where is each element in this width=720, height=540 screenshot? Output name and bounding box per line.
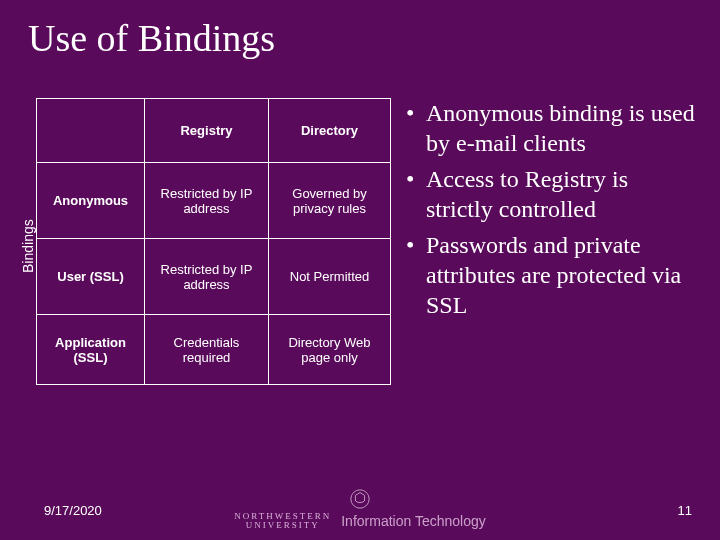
cell-directory: Directory Web page only [269,315,391,385]
list-item: Passwords and private attributes are pro… [400,230,700,320]
content-area: Bindings Registry Directory Anonymous Re… [0,98,720,385]
bullet-list: Anonymous binding is used by e-mail clie… [400,98,720,326]
bindings-table: Registry Directory Anonymous Restricted … [36,98,391,385]
list-item: Access to Registry is strictly controlle… [400,164,700,224]
row-label: User (SSL) [37,239,145,315]
bindings-axis-label: Bindings [20,219,36,273]
footer-center: NORTHWESTERN UNIVERSITY Information Tech… [0,488,720,530]
cell-directory: Governed by privacy rules [269,163,391,239]
cell-registry: Credentials required [145,315,269,385]
department-label: Information Technology [341,513,486,529]
table-section: Bindings Registry Directory Anonymous Re… [0,98,400,385]
table-header-row: Registry Directory [37,99,391,163]
university-name-bottom: UNIVERSITY [234,521,331,530]
footer: 9/17/2020 NORTHWESTERN UNIVERSITY Inform… [0,476,720,532]
header-directory: Directory [269,99,391,163]
row-label: Anonymous [37,163,145,239]
cell-registry: Restricted by IP address [145,239,269,315]
cell-directory: Not Permitted [269,239,391,315]
cell-registry: Restricted by IP address [145,163,269,239]
header-blank [37,99,145,163]
header-registry: Registry [145,99,269,163]
list-item: Anonymous binding is used by e-mail clie… [400,98,700,158]
row-label: Application (SSL) [37,315,145,385]
table-row: Anonymous Restricted by IP address Gover… [37,163,391,239]
table-row: User (SSL) Restricted by IP address Not … [37,239,391,315]
table-row: Application (SSL) Credentials required D… [37,315,391,385]
page-title: Use of Bindings [28,16,275,60]
university-crest-icon [349,488,371,510]
page-number: 11 [678,503,692,518]
